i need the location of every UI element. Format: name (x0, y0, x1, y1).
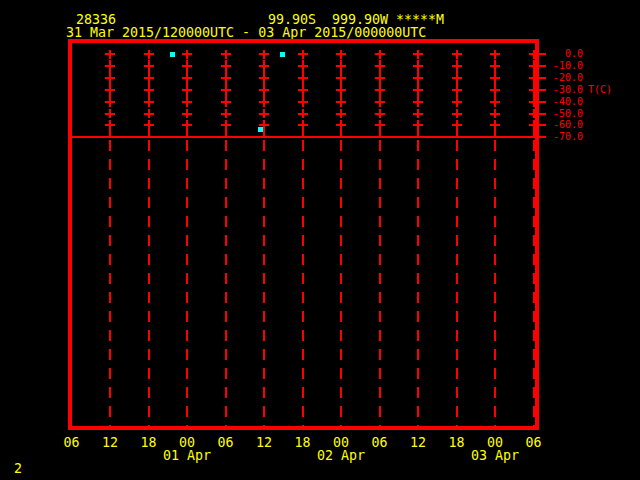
data-point (280, 52, 285, 57)
meteogram-screen: 28336 99.90S 999.90W *****M 31 Mar 2015/… (0, 0, 640, 480)
x-axis-tick-label: 12 (256, 436, 272, 449)
x-axis-tick-label: 06 (525, 436, 541, 449)
y-axis-tick-label: 0.0 (565, 49, 583, 59)
y-axis-tick-label: -60.0 (553, 120, 583, 130)
x-axis-tick-label: 18 (140, 436, 156, 449)
x-axis-tick-label: 06 (63, 436, 79, 449)
x-axis-date-label: 02 Apr (317, 449, 365, 462)
x-axis-tick-label: 12 (102, 436, 118, 449)
page-number: 2 (14, 462, 22, 475)
x-axis-tick-label: 12 (410, 436, 426, 449)
x-axis-tick-label: 18 (294, 436, 310, 449)
y-axis-tick-label: -10.0 (553, 61, 583, 71)
x-axis-tick-label: 06 (371, 436, 387, 449)
y-axis-tick-label: -70.0 (553, 132, 583, 142)
temperature-time-series-plot (0, 0, 640, 480)
x-axis-tick-label: 18 (448, 436, 464, 449)
y-axis-tick-label: -30.0 (553, 85, 583, 95)
y-axis-tick-label: -50.0 (553, 109, 583, 119)
y-axis-title: T(C) (588, 85, 612, 95)
x-axis-tick-label: 06 (217, 436, 233, 449)
y-axis-tick-label: -20.0 (553, 73, 583, 83)
y-axis-tick-label: -40.0 (553, 97, 583, 107)
data-point (170, 52, 175, 57)
data-point (258, 127, 263, 132)
x-axis-date-label: 01 Apr (163, 449, 211, 462)
x-axis-date-label: 03 Apr (471, 449, 519, 462)
